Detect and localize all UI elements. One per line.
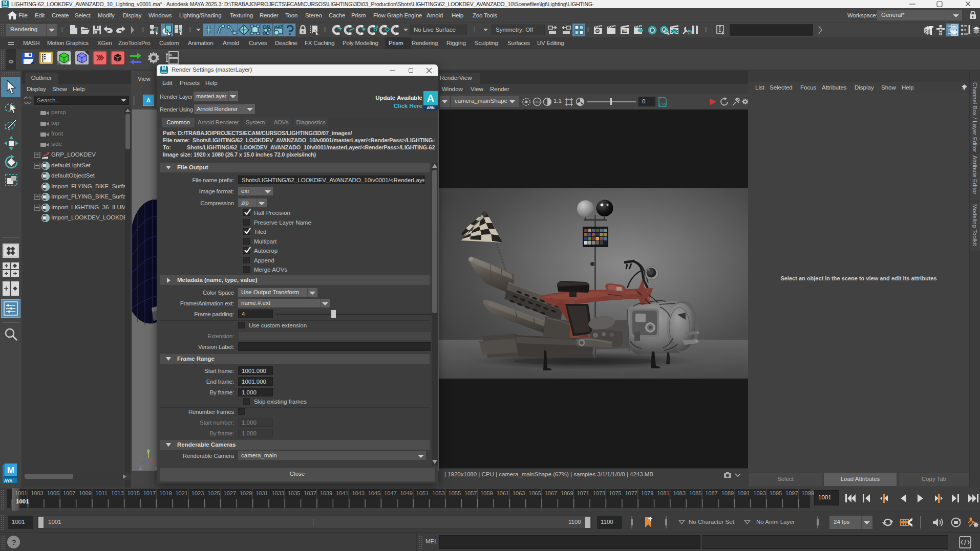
svg-text:1031: 1031	[255, 490, 268, 496]
svg-text:1091: 1091	[737, 490, 750, 496]
svg-text:M: M	[7, 466, 14, 475]
svg-text:1017: 1017	[143, 490, 156, 496]
svg-text:1083: 1083	[673, 490, 686, 496]
svg-text:1089: 1089	[721, 490, 734, 496]
svg-text:1001: 1001	[15, 490, 27, 496]
svg-text:LOG: LOG	[659, 103, 666, 106]
svg-text:1073: 1073	[593, 490, 605, 496]
svg-text:1059: 1059	[480, 490, 493, 496]
svg-text:1005: 1005	[47, 490, 59, 496]
svg-text:1035: 1035	[288, 490, 300, 496]
svg-text:1033: 1033	[272, 490, 284, 496]
svg-text:1003: 1003	[31, 490, 43, 496]
svg-text:1021: 1021	[175, 490, 187, 496]
svg-text:1053: 1053	[432, 490, 444, 496]
svg-text:1037: 1037	[304, 490, 316, 496]
svg-text:1081: 1081	[657, 490, 669, 496]
svg-text:1097: 1097	[785, 490, 798, 496]
svg-text:1061: 1061	[497, 490, 509, 496]
svg-text:1007: 1007	[63, 490, 75, 496]
svg-text:1067: 1067	[545, 490, 557, 496]
svg-text:1011: 1011	[95, 490, 108, 496]
svg-text:1079: 1079	[641, 490, 653, 496]
svg-text:AYA: AYA	[4, 478, 12, 483]
svg-text:1085: 1085	[689, 490, 701, 496]
svg-text:z: z	[139, 465, 142, 471]
svg-text:1069: 1069	[561, 490, 573, 496]
svg-text:y: y	[147, 449, 150, 454]
svg-text:1023: 1023	[191, 490, 204, 496]
svg-text:1029: 1029	[240, 490, 252, 496]
svg-text:1045: 1045	[368, 490, 380, 496]
svg-text:1077: 1077	[625, 490, 637, 496]
svg-text:1095: 1095	[770, 490, 782, 496]
svg-text:1057: 1057	[464, 490, 477, 496]
svg-text:1041: 1041	[336, 490, 348, 496]
svg-text:1055: 1055	[449, 490, 461, 496]
svg-text:1065: 1065	[528, 490, 541, 496]
svg-text:1025: 1025	[207, 490, 220, 496]
svg-text:1087: 1087	[705, 490, 717, 496]
svg-text:1039: 1039	[320, 490, 332, 496]
svg-text:1019: 1019	[159, 490, 172, 496]
svg-text:1013: 1013	[111, 490, 123, 496]
svg-text:1027: 1027	[224, 490, 236, 496]
svg-text:1051: 1051	[416, 490, 429, 496]
svg-text:1043: 1043	[352, 490, 364, 496]
svg-text:RGB: RGB	[535, 100, 542, 104]
svg-text:1049: 1049	[400, 490, 412, 496]
svg-text:1093: 1093	[753, 490, 765, 496]
svg-text:1099: 1099	[801, 490, 814, 496]
svg-text:1063: 1063	[513, 490, 525, 496]
svg-text:1009: 1009	[79, 490, 91, 496]
svg-text:1047: 1047	[384, 490, 396, 496]
svg-text:1075: 1075	[609, 490, 621, 496]
svg-text:IPR: IPR	[623, 30, 627, 33]
svg-text:1015: 1015	[127, 490, 139, 496]
svg-text:1071: 1071	[577, 490, 589, 496]
